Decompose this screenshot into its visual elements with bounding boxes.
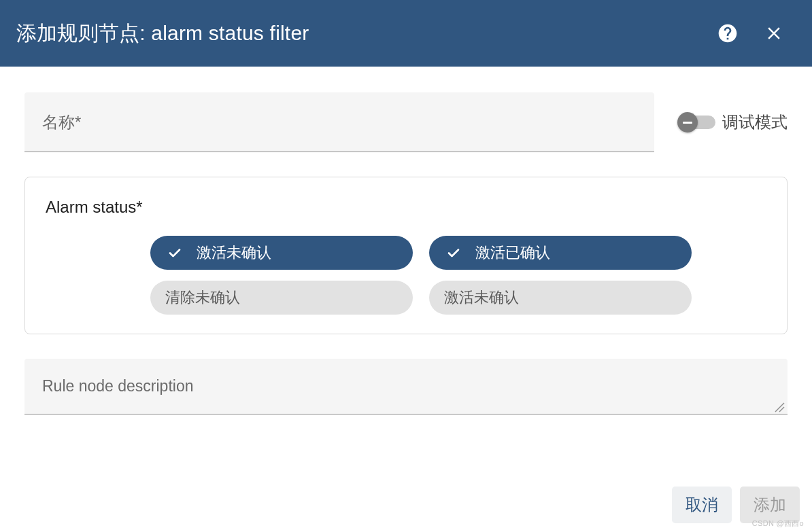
- add-button[interactable]: 添加: [740, 487, 800, 523]
- alarm-status-chip[interactable]: 激活未确认: [429, 281, 692, 315]
- dialog-header: 添加规则节点: alarm status filter: [0, 0, 812, 67]
- description-label: Rule node description: [42, 377, 193, 395]
- help-icon[interactable]: [713, 18, 743, 48]
- close-icon[interactable]: [759, 18, 789, 48]
- alarm-status-chip-grid: 激活未确认激活已确认清除未确认激活未确认: [46, 236, 766, 315]
- svg-line-0: [775, 403, 784, 412]
- chip-label: 清除未确认: [165, 287, 240, 308]
- check-icon: [444, 245, 463, 261]
- dialog-footer: 取消 添加: [672, 487, 800, 523]
- name-row: 名称* 调试模式: [24, 92, 788, 152]
- watermark: CSDN @西西o: [752, 518, 804, 529]
- check-icon: [165, 245, 184, 261]
- chip-label: 激活未确认: [197, 243, 271, 263]
- debug-toggle[interactable]: 调试模式: [665, 111, 788, 133]
- description-field[interactable]: Rule node description: [24, 359, 788, 414]
- chip-label: 激活未确认: [444, 287, 519, 308]
- cancel-button[interactable]: 取消: [672, 487, 732, 523]
- svg-line-1: [779, 407, 784, 412]
- alarm-status-card: Alarm status* 激活未确认激活已确认清除未确认激活未确认: [24, 177, 788, 334]
- resize-handle-icon[interactable]: [773, 400, 785, 412]
- alarm-status-chip[interactable]: 清除未确认: [150, 281, 413, 315]
- debug-label: 调试模式: [722, 111, 788, 133]
- alarm-status-chip[interactable]: 激活已确认: [429, 236, 692, 270]
- name-label: 名称*: [42, 111, 81, 133]
- toggle-thumb[interactable]: [677, 112, 698, 132]
- dialog-title: 添加规则节点: alarm status filter: [16, 20, 696, 48]
- toggle-track[interactable]: [680, 116, 715, 129]
- alarm-status-title: Alarm status*: [46, 198, 766, 217]
- name-field[interactable]: 名称*: [24, 92, 654, 152]
- chip-label: 激活已确认: [475, 243, 550, 263]
- alarm-status-chip[interactable]: 激活未确认: [150, 236, 413, 270]
